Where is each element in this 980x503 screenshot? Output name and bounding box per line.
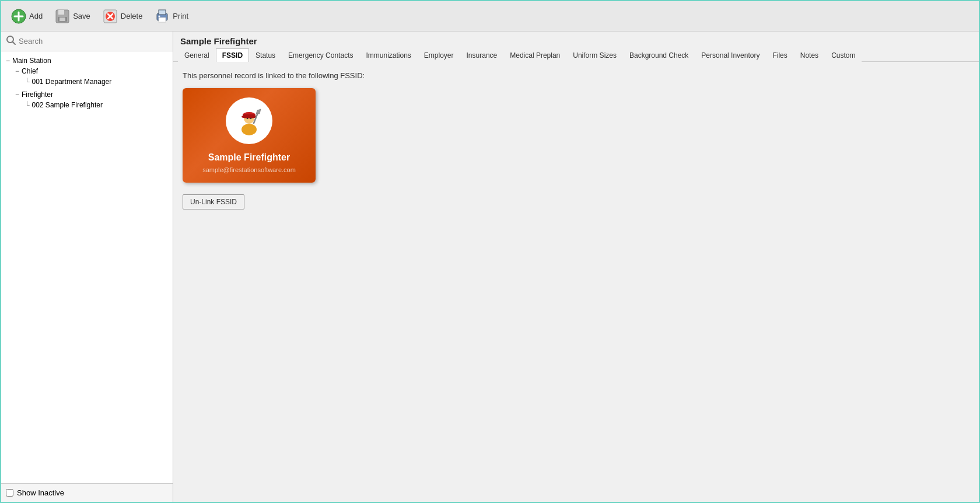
tab-status[interactable]: Status xyxy=(249,48,282,62)
tree-line-sample-ff: └ xyxy=(24,101,30,109)
svg-point-21 xyxy=(242,115,257,118)
tree-node-firefighter: − Firefighter └ 002 Sample Firefighter xyxy=(14,89,169,112)
add-icon xyxy=(10,8,27,25)
expand-icon-main-station: − xyxy=(6,57,10,65)
tree-label-dept-manager[interactable]: └ 001 Department Manager xyxy=(23,77,169,86)
sidebar-footer: Show Inactive xyxy=(1,483,173,502)
print-icon xyxy=(154,8,170,25)
tab-fssid[interactable]: FSSID xyxy=(216,48,249,62)
tab-custom[interactable]: Custom xyxy=(825,48,862,62)
svg-point-23 xyxy=(250,118,251,119)
search-bar xyxy=(1,32,173,51)
tree-line-dept-manager: └ xyxy=(24,78,30,86)
fssid-card-name: Sample Firefighter xyxy=(208,152,290,163)
tree-node-dept-manager: └ 001 Department Manager xyxy=(23,76,169,88)
tab-emergency-contacts[interactable]: Emergency Contacts xyxy=(282,48,359,62)
fssid-card: Sample Firefighter sample@firestationsof… xyxy=(183,88,316,183)
tab-employer[interactable]: Employer xyxy=(418,48,460,62)
save-label: Save xyxy=(73,12,90,20)
sidebar: − Main Station − Chief xyxy=(1,32,173,502)
tab-background-check[interactable]: Background Check xyxy=(623,48,695,62)
svg-rect-12 xyxy=(159,10,166,15)
delete-button[interactable]: Delete xyxy=(97,6,148,27)
show-inactive-label[interactable]: Show Inactive xyxy=(6,488,168,497)
tree-node-chief: − Chief └ 001 Department Manager xyxy=(14,65,169,89)
tab-insurance[interactable]: Insurance xyxy=(460,48,504,62)
tree-node-sample-firefighter: └ 002 Sample Firefighter xyxy=(23,99,169,111)
tabs-bar: General FSSID Status Emergency Contacts … xyxy=(173,48,979,62)
add-button[interactable]: Add xyxy=(6,6,47,27)
unlink-fssid-button[interactable]: Un-Link FSSID xyxy=(183,194,244,209)
tree-area: − Main Station − Chief xyxy=(1,51,173,483)
save-icon xyxy=(54,8,71,25)
delete-icon xyxy=(102,8,118,25)
add-label: Add xyxy=(29,12,43,20)
svg-point-22 xyxy=(247,118,248,119)
delete-label: Delete xyxy=(121,12,143,20)
tab-general[interactable]: General xyxy=(178,48,216,62)
svg-point-17 xyxy=(242,124,257,135)
expand-icon-firefighter: − xyxy=(15,90,19,99)
tab-immunizations[interactable]: Immunizations xyxy=(359,48,417,62)
search-icon xyxy=(6,35,16,47)
content-area: Sample Firefighter General FSSID Status … xyxy=(173,32,979,502)
show-inactive-checkbox[interactable] xyxy=(6,489,13,497)
svg-rect-4 xyxy=(58,10,64,15)
fssid-card-email: sample@firestationsoftware.com xyxy=(202,166,296,173)
expand-icon-chief: − xyxy=(15,67,19,75)
tab-medical-preplan[interactable]: Medical Preplan xyxy=(503,48,566,62)
fssid-description: This personnel record is linked to the f… xyxy=(183,71,970,80)
tree-label-sample-firefighter[interactable]: └ 002 Sample Firefighter xyxy=(23,100,169,110)
tab-uniform-sizes[interactable]: Uniform Sizes xyxy=(566,48,623,62)
tree-label-firefighter[interactable]: − Firefighter xyxy=(14,90,169,99)
toolbar: Add Save Delete xyxy=(1,1,979,32)
tree-label-chief[interactable]: − Chief xyxy=(14,67,169,76)
tab-notes[interactable]: Notes xyxy=(794,48,825,62)
svg-rect-13 xyxy=(159,18,166,22)
fssid-avatar xyxy=(226,97,272,144)
tab-files[interactable]: Files xyxy=(766,48,793,62)
tab-personal-inventory[interactable]: Personal Inventory xyxy=(695,48,766,62)
svg-marker-25 xyxy=(256,109,261,114)
svg-line-16 xyxy=(13,42,16,45)
fssid-tab-content: This personnel record is linked to the f… xyxy=(173,62,979,502)
svg-point-14 xyxy=(159,15,160,17)
save-button[interactable]: Save xyxy=(50,6,95,27)
tree-node-main-station: − Main Station − Chief xyxy=(5,55,169,113)
tree-label-main-station[interactable]: − Main Station xyxy=(5,56,169,65)
record-title: Sample Firefighter xyxy=(173,32,979,48)
print-label: Print xyxy=(173,12,188,20)
search-input[interactable] xyxy=(19,37,168,46)
firefighter-illustration xyxy=(232,103,267,138)
main-layout: − Main Station − Chief xyxy=(1,32,979,502)
print-button[interactable]: Print xyxy=(149,6,193,27)
svg-rect-6 xyxy=(60,18,65,21)
